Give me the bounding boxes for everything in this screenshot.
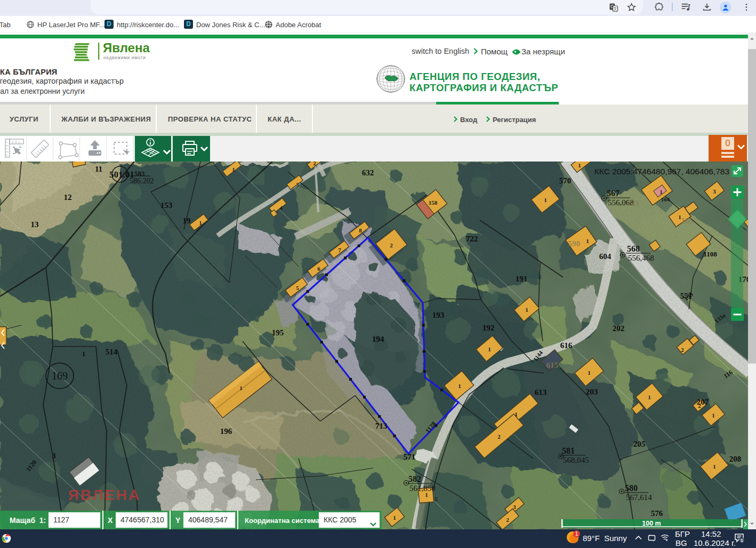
svg-text:1: 1 [578,162,581,168]
svg-text:164: 164 [661,196,670,203]
svg-text:1: 1 [712,412,715,418]
svg-text:1: 1 [239,385,243,391]
svg-text:11: 11 [95,165,102,173]
svg-text:604: 604 [599,252,612,261]
svg-text:158: 158 [429,199,438,206]
svg-text:недвижими имоти: недвижими имоти [103,55,146,60]
svg-text:Явлена: Явлена [103,42,150,55]
svg-text:2: 2 [497,433,501,440]
svg-text:1: 1 [514,411,518,417]
svg-text:568,045: 568,045 [563,456,589,464]
svg-text:571: 571 [404,453,416,461]
svg-text:203: 203 [586,388,598,396]
svg-text:208: 208 [729,455,742,463]
svg-text:567,614: 567,614 [626,493,652,502]
svg-text:570: 570 [559,176,572,185]
svg-text:567: 567 [607,189,620,198]
svg-text:576: 576 [651,509,663,518]
svg-text:568: 568 [627,244,640,253]
svg-text:1: 1 [678,214,681,220]
svg-text:191: 191 [516,275,528,283]
svg-text:2: 2 [681,346,684,353]
svg-text:1: 1 [488,346,491,352]
svg-text:196: 196 [220,427,232,436]
svg-text:194: 194 [372,335,384,343]
svg-text:722: 722 [466,235,478,243]
svg-text:1: 1 [660,189,663,195]
svg-text:1: 1 [588,369,591,376]
svg-text:2: 2 [313,162,316,166]
svg-text:5: 5 [435,496,438,502]
svg-text:ККС 2005:4746480,967, 406406,7: ККС 2005:4746480,967, 406406,783 [594,167,729,176]
svg-text:713: 713 [375,422,388,430]
svg-text:2: 2 [390,242,393,248]
svg-text:193: 193 [432,311,445,319]
svg-text:1: 1 [82,350,86,358]
svg-text:3: 3 [296,181,299,188]
svg-text:165: 165 [681,216,694,225]
svg-text:1: 1 [393,514,396,521]
svg-text:590: 590 [568,239,581,248]
svg-text:5: 5 [296,285,299,291]
svg-text:581: 581 [562,446,575,455]
svg-text:2: 2 [698,402,701,409]
svg-text:721: 721 [628,199,640,207]
svg-text:514: 514 [106,348,118,356]
svg-text:100 m: 100 m [642,520,661,527]
svg-text:12: 12 [64,193,72,202]
svg-text:632: 632 [362,168,374,177]
svg-text:1: 1 [232,166,235,173]
svg-text:13: 13 [31,220,39,229]
svg-text:586.202: 586.202 [130,177,154,185]
svg-text:1: 1 [199,220,202,226]
svg-text:556,468: 556,468 [628,254,654,262]
svg-text:1: 1 [544,197,547,203]
svg-text:1: 1 [425,491,428,498]
svg-text:3: 3 [52,452,56,460]
svg-text:1: 1 [713,463,716,470]
svg-text:202: 202 [613,324,625,333]
svg-text:169: 169 [52,370,68,382]
svg-text:3: 3 [713,188,716,195]
svg-text:3: 3 [513,504,516,510]
svg-text:1108: 1108 [703,250,717,258]
svg-text:1: 1 [525,307,528,313]
svg-text:205: 205 [633,440,646,448]
svg-text:153: 153 [160,201,173,209]
svg-text:1: 1 [741,538,743,543]
svg-text:615: 615 [546,361,559,369]
svg-text:1: 1 [458,383,461,389]
svg-text:613: 613 [535,388,547,397]
svg-text:583: 583 [134,170,145,178]
svg-text:4: 4 [279,205,283,211]
svg-text:7: 7 [338,247,341,253]
svg-text:2: 2 [506,517,509,523]
svg-text:文: 文 [613,6,617,11]
svg-text:1: 1 [648,394,651,400]
svg-text:192: 192 [482,324,495,332]
svg-text:6: 6 [317,265,320,272]
svg-text:195: 195 [272,328,284,337]
svg-text:1: 1 [586,238,589,244]
svg-text:8: 8 [359,227,362,233]
svg-text:582: 582 [408,474,421,483]
svg-text:561,850: 561,850 [409,484,436,493]
svg-text:616: 616 [560,341,573,350]
svg-text:19: 19 [183,216,191,225]
svg-text:ЯВЛЕНА: ЯВЛЕНА [68,487,141,503]
svg-text:580: 580 [625,483,638,493]
